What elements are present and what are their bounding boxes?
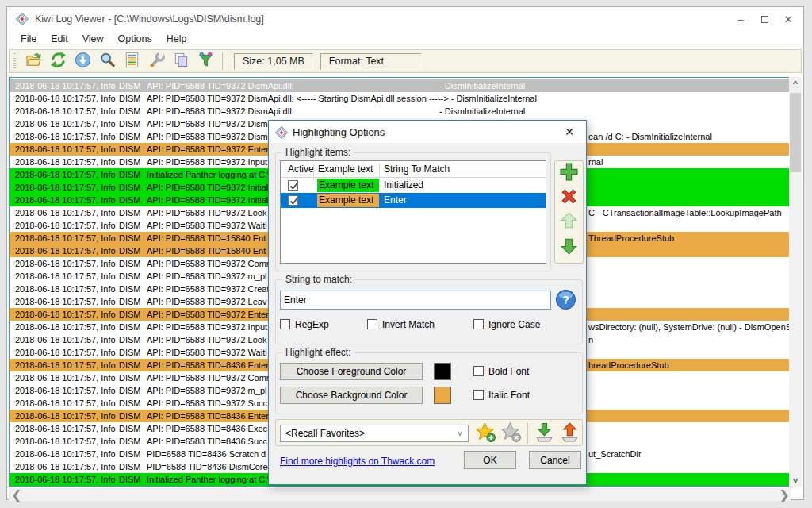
vertical-scrollbar[interactable]: ^ v bbox=[789, 77, 802, 487]
export-highlights-button[interactable] bbox=[558, 422, 580, 444]
log-row[interactable]: 2018-06-18 10:17:57, InfoDISMAPI: PID=65… bbox=[10, 105, 790, 117]
log-timestamp: 2018-06-18 10:17:57, Info bbox=[15, 181, 116, 194]
ok-button[interactable]: OK bbox=[464, 451, 516, 469]
favorites-bar: <Recall Favorites> ˅ bbox=[275, 419, 583, 446]
dialog-title-bar[interactable]: Highlighting Options ✕ bbox=[269, 121, 586, 143]
highlighting-options-dialog: Highlighting Options ✕ Highlight items: … bbox=[268, 120, 587, 485]
highlight-filter-icon bbox=[197, 52, 214, 71]
close-button[interactable]: ✕ bbox=[776, 7, 800, 31]
cancel-button[interactable]: Cancel bbox=[529, 451, 581, 469]
log-message: API: PID=6588 TID=9372 Enter bbox=[147, 143, 269, 156]
log-message: API: PID=6588 TID=9372 Dism bbox=[147, 130, 268, 143]
log-source: DISM bbox=[119, 105, 141, 117]
favorite-add-button[interactable] bbox=[474, 422, 496, 444]
download-button[interactable] bbox=[71, 51, 95, 71]
log-message: API: PID=6588 TID=9372 Waiti bbox=[147, 346, 267, 359]
log-row[interactable]: 2018-06-18 10:17:57, InfoDISMAPI: PID=65… bbox=[10, 92, 790, 105]
regexp-checkbox[interactable] bbox=[280, 319, 290, 329]
delete-highlight-button[interactable] bbox=[555, 186, 583, 210]
minimize-button[interactable]: – bbox=[729, 7, 753, 31]
ignore-case-checkbox[interactable] bbox=[473, 319, 484, 329]
log-timestamp: 2018-06-18 10:17:57, Info bbox=[15, 410, 116, 422]
log-message: PID=6588 TID=8436 DismCore. bbox=[147, 460, 270, 473]
log-source: DISM bbox=[119, 194, 141, 206]
log-message: API: PID=6588 TID=9372 Creat bbox=[147, 283, 270, 295]
log-source: DISM bbox=[119, 333, 141, 346]
foreground-color-swatch bbox=[434, 363, 451, 380]
view-lines-button[interactable] bbox=[120, 51, 144, 71]
window-title: Kiwi Log Viewer - [C:\Windows\Logs\DISM\… bbox=[35, 13, 264, 25]
menu-options[interactable]: Options bbox=[111, 31, 159, 48]
log-timestamp: 2018-06-18 10:17:57, Info bbox=[15, 143, 116, 156]
search-button[interactable] bbox=[95, 51, 120, 71]
log-message: API: PID=6588 TID=8436 Enter bbox=[147, 410, 269, 422]
string-to-match-cell: Initialized bbox=[384, 179, 423, 190]
log-row[interactable]: 2018-06-18 10:17:57, InfoDISMAPI: PID=65… bbox=[10, 79, 790, 92]
highlight-items-list[interactable]: Active Example text String To Match Exam… bbox=[280, 160, 546, 264]
string-to-match-input[interactable] bbox=[280, 291, 551, 310]
invert-match-checkbox[interactable] bbox=[367, 319, 377, 329]
app-window: Kiwi Log Viewer - [C:\Windows\Logs\DISM\… bbox=[6, 6, 804, 500]
move-up-button[interactable] bbox=[555, 210, 583, 235]
scroll-up-icon[interactable]: ^ bbox=[789, 77, 802, 90]
choose-foreground-color-button[interactable]: Choose Foreground Color bbox=[280, 363, 423, 380]
active-checkbox[interactable] bbox=[288, 180, 298, 190]
choose-background-color-button[interactable]: Choose Background Color bbox=[280, 387, 423, 404]
move-down-icon bbox=[558, 235, 580, 260]
scroll-right-icon[interactable]: ❯ bbox=[778, 488, 791, 501]
recall-favorites-dropdown[interactable]: <Recall Favorites> ˅ bbox=[280, 425, 469, 442]
log-message-continued: n bbox=[588, 333, 593, 346]
log-message: API: PID=6588 TID=9372 Waiti bbox=[147, 219, 267, 232]
example-text-cell: Example text bbox=[317, 194, 379, 207]
log-message: API: PID=6588 TID=9372 Initial bbox=[147, 194, 268, 206]
menu-edit[interactable]: Edit bbox=[44, 31, 75, 48]
copy-button[interactable] bbox=[169, 51, 193, 71]
thwack-link[interactable]: Find more highlights on Thwack.com bbox=[280, 456, 435, 467]
menu-file[interactable]: File bbox=[13, 31, 44, 48]
favorite-add-icon bbox=[475, 421, 496, 446]
highlight-item-row[interactable]: Example textEnter bbox=[281, 193, 546, 208]
scroll-down-icon[interactable]: v bbox=[789, 474, 802, 487]
active-checkbox[interactable] bbox=[288, 195, 298, 206]
log-timestamp: 2018-06-18 10:17:57, Info bbox=[15, 422, 116, 435]
file-size-panel: Size: 1,05 MB bbox=[234, 53, 313, 70]
log-timestamp: 2018-06-18 10:17:57, Info bbox=[15, 232, 116, 244]
wrench-button[interactable] bbox=[144, 51, 169, 71]
add-highlight-icon bbox=[558, 161, 580, 186]
bold-font-checkbox[interactable] bbox=[473, 366, 484, 376]
log-message: API: PID=6588 TID=9372 DismApi.dll: <---… bbox=[147, 92, 537, 105]
favorite-remove-button[interactable] bbox=[500, 422, 522, 444]
svg-text:?: ? bbox=[562, 294, 569, 306]
move-down-button[interactable] bbox=[555, 235, 583, 260]
file-format-panel: Format: Text bbox=[320, 53, 422, 70]
open-file-button[interactable] bbox=[21, 51, 46, 71]
recall-favorites-value: <Recall Favorites> bbox=[285, 428, 365, 439]
dialog-close-icon[interactable]: ✕ bbox=[553, 121, 586, 143]
log-source: DISM bbox=[119, 359, 141, 371]
help-icon[interactable]: ? bbox=[555, 289, 576, 310]
log-timestamp: 2018-06-18 10:17:57, Info bbox=[15, 283, 116, 295]
highlight-filter-button[interactable] bbox=[193, 51, 218, 71]
horizontal-scrollbar[interactable]: ❮ ❯ bbox=[9, 488, 791, 501]
log-source: DISM bbox=[119, 244, 141, 257]
log-source: DISM bbox=[119, 143, 141, 156]
log-timestamp: 2018-06-18 10:17:57, Info bbox=[15, 105, 116, 117]
highlight-item-row[interactable]: Example textInitialized bbox=[281, 178, 546, 193]
import-highlights-button[interactable] bbox=[533, 422, 555, 444]
maximize-button[interactable] bbox=[753, 7, 776, 31]
menu-view[interactable]: View bbox=[75, 31, 111, 48]
refresh-button[interactable] bbox=[46, 51, 71, 71]
example-text-cell: Example text bbox=[317, 179, 379, 192]
log-message-continued: ean /d C: - DismInitializeInternal bbox=[588, 130, 712, 143]
log-timestamp: 2018-06-18 10:17:57, Info bbox=[15, 473, 116, 486]
menu-help[interactable]: Help bbox=[159, 31, 194, 48]
italic-font-checkbox[interactable] bbox=[473, 390, 484, 400]
log-timestamp: 2018-06-18 10:17:57, Info bbox=[15, 460, 116, 473]
vertical-scroll-thumb[interactable] bbox=[790, 93, 801, 172]
log-message-continued: ThreadProcedureStub bbox=[588, 232, 674, 244]
dialog-app-icon bbox=[275, 126, 287, 138]
add-highlight-button[interactable] bbox=[555, 161, 583, 186]
log-timestamp: 2018-06-18 10:17:57, Info bbox=[15, 371, 116, 384]
log-timestamp: 2018-06-18 10:17:57, Info bbox=[15, 206, 116, 219]
scroll-left-icon[interactable]: ❮ bbox=[10, 488, 23, 501]
